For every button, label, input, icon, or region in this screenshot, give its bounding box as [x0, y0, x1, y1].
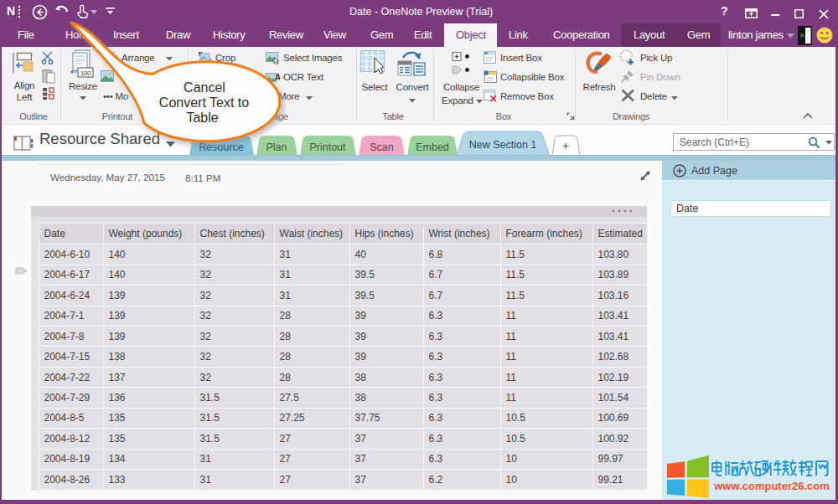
svg-text:www.computer26.com: www.computer26.com: [713, 480, 830, 492]
svg-text:Convert Text to: Convert Text to: [159, 95, 249, 110]
svg-text:Cancel: Cancel: [184, 80, 225, 95]
svg-text:Embed: Embed: [416, 141, 449, 153]
svg-text:Table: Table: [186, 111, 218, 125]
svg-text:Scan: Scan: [370, 141, 394, 153]
svg-text:New Section 1: New Section 1: [469, 139, 537, 151]
svg-text:+: +: [562, 139, 569, 152]
